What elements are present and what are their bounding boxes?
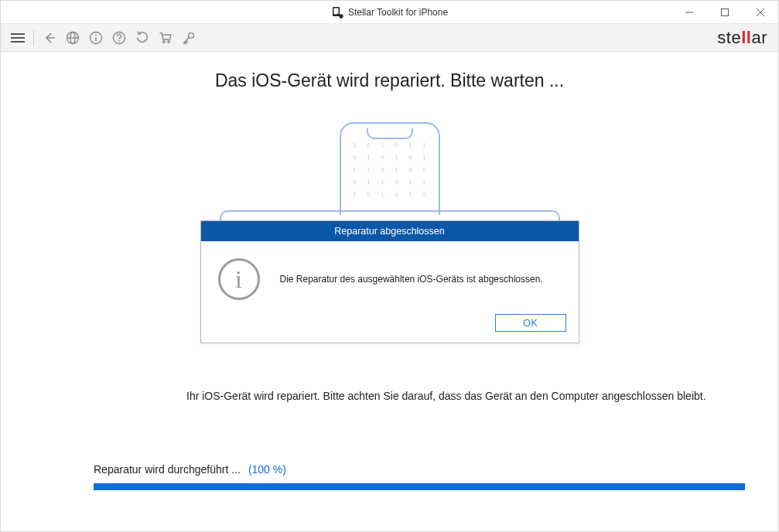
svg-rect-6 — [722, 9, 729, 16]
app-icon — [331, 6, 343, 19]
window-title-wrap: Stellar Toolkit for iPhone — [331, 6, 448, 19]
toolbar: stellar — [1, 24, 778, 52]
progress-percent: (100 %) — [248, 463, 286, 476]
close-button[interactable] — [743, 1, 778, 24]
brand-text-post: ar — [751, 28, 767, 47]
phone-icon: 101011 010101 110100 011011 101010 — [340, 122, 440, 215]
progress-fill — [94, 483, 745, 490]
progress-label: Reparatur wird durchgeführt ... — [94, 463, 241, 476]
refresh-icon[interactable] — [132, 27, 153, 49]
svg-point-16 — [95, 34, 97, 36]
menu-icon[interactable] — [7, 27, 29, 49]
maximize-button[interactable] — [707, 1, 743, 24]
progress-bar — [94, 483, 745, 490]
back-icon[interactable] — [39, 27, 60, 49]
dialog-info-icon: i — [218, 258, 260, 300]
globe-icon[interactable] — [62, 27, 84, 49]
progress-section: Reparatur wird durchgeführt ... (100 %) — [94, 463, 747, 490]
title-bar: Stellar Toolkit for iPhone — [1, 1, 778, 24]
dialog-body: i Die Reparatur des ausgewählten iOS-Ger… — [201, 241, 579, 309]
svg-rect-1 — [333, 8, 338, 14]
window-controls — [671, 1, 778, 24]
brand-logo: stellar — [717, 28, 772, 48]
key-icon[interactable] — [178, 27, 200, 49]
ok-button[interactable]: OK — [495, 314, 566, 332]
brand-text-pre: ste — [717, 28, 741, 47]
info-icon[interactable] — [85, 27, 107, 49]
status-text: Ihr iOS-Gerät wird repariert. Bitte acht… — [186, 388, 747, 404]
dialog-title: Reparatur abgeschlossen — [201, 221, 579, 241]
progress-label-row: Reparatur wird durchgeführt ... (100 %) — [94, 463, 747, 476]
help-icon[interactable] — [108, 27, 130, 49]
cart-icon[interactable] — [155, 27, 176, 49]
svg-point-20 — [163, 40, 166, 43]
page-heading: Das iOS-Gerät wird repariert. Bitte wart… — [1, 70, 778, 91]
dialog-message: Die Reparatur des ausgewählten iOS-Gerät… — [280, 274, 543, 285]
content-area: Das iOS-Gerät wird repariert. Bitte wart… — [1, 52, 778, 531]
toolbar-separator — [33, 29, 34, 46]
window-title: Stellar Toolkit for iPhone — [348, 7, 448, 18]
brand-text-accent: ll — [741, 28, 751, 47]
svg-point-21 — [168, 40, 170, 43]
dialog-footer: OK — [201, 309, 579, 343]
svg-point-22 — [189, 32, 194, 38]
device-illustration: 101011 010101 110100 011011 101010 — [1, 122, 778, 215]
svg-point-19 — [118, 40, 120, 42]
minimize-button[interactable] — [671, 1, 707, 24]
completion-dialog: Reparatur abgeschlossen i Die Reparatur … — [200, 220, 579, 343]
